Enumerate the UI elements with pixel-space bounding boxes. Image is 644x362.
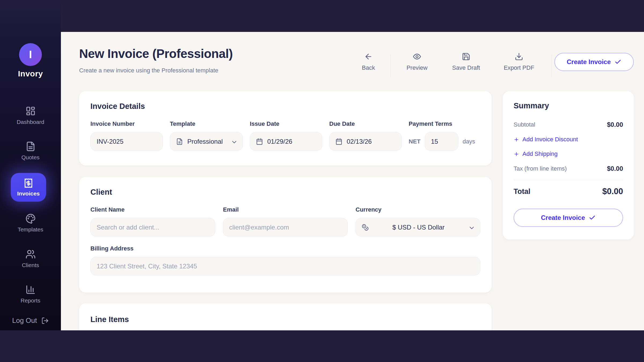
sidebar-item-label: Quotes [21, 154, 40, 161]
payment-terms-input[interactable] [431, 138, 452, 145]
chevron-down-icon [468, 224, 474, 230]
client-name-input[interactable] [97, 224, 209, 231]
create-invoice-label: Create Invoice [567, 58, 611, 66]
check-icon [614, 58, 621, 65]
back-label: Back [362, 64, 375, 71]
sidebar-item-dashboard[interactable]: Dashboard [0, 106, 61, 125]
add-invoice-discount-link[interactable]: Add Invoice Discount [514, 136, 578, 143]
invoice-number-input[interactable] [97, 138, 157, 145]
tax-label: Tax (from line items) [514, 165, 567, 172]
save-draft-label: Save Draft [452, 64, 480, 71]
preview-label: Preview [407, 64, 427, 71]
main-content: New Invoice (Professional) Create a new … [61, 32, 644, 330]
sidebar-item-invoices-active[interactable]: Invoices [11, 173, 46, 202]
back-button[interactable]: Back [352, 52, 385, 71]
line-items-heading: Line Items [90, 315, 480, 324]
total-label: Total [514, 187, 530, 196]
currency-value: $ USD - US Dollar [373, 224, 464, 231]
client-card: Client Client Name Email Currency [79, 177, 492, 293]
invoice-details-heading: Invoice Details [90, 102, 480, 111]
reports-chart-icon [25, 285, 36, 295]
client-name-label: Client Name [90, 206, 215, 213]
app-name: Invory [0, 69, 61, 78]
billing-address-box [90, 257, 480, 275]
add-shipping-label: Add Shipping [522, 150, 558, 157]
issue-date-label: Issue Date [250, 120, 322, 127]
check-icon [589, 214, 596, 221]
file-icon [176, 138, 183, 145]
header-divider [552, 54, 552, 77]
client-heading: Client [90, 188, 480, 197]
sidebar-item-label: Invoices [17, 190, 40, 197]
due-date-picker[interactable]: 02/13/26 [329, 132, 402, 151]
client-email-box [223, 218, 348, 237]
due-date-value: 02/13/26 [347, 138, 372, 145]
logout-icon [41, 317, 49, 324]
line-items-card: Line Items [79, 303, 492, 330]
tax-value: $0.00 [607, 165, 623, 172]
sidebar: I Invory Dashboard Quotes Invoices Templ… [0, 0, 61, 330]
client-email-label: Email [223, 206, 348, 213]
download-icon [515, 52, 523, 61]
issue-date-value: 01/29/26 [267, 138, 292, 145]
client-email-input[interactable] [229, 224, 342, 231]
due-date-label: Due Date [329, 120, 402, 127]
export-pdf-label: Export PDF [504, 64, 534, 71]
plus-icon [514, 151, 519, 157]
invoice-number-label: Invoice Number [90, 120, 163, 127]
summary-heading: Summary [514, 101, 623, 110]
calendar-icon [335, 138, 342, 145]
page-title: New Invoice (Professional) [79, 46, 233, 61]
calendar-icon [256, 138, 263, 145]
logout-label: Log Out [12, 316, 37, 325]
templates-palette-icon [25, 213, 36, 224]
sidebar-item-label: Templates [18, 226, 43, 233]
sidebar-item-quotes[interactable]: Quotes [0, 141, 61, 161]
payment-terms-suffix: days [463, 138, 475, 145]
payment-terms-label: Payment Terms [409, 120, 475, 127]
subtotal-label: Subtotal [514, 121, 535, 128]
page-subtitle: Create a new invoice using the Professio… [79, 67, 218, 74]
issue-date-picker[interactable]: 01/29/26 [250, 132, 322, 151]
clients-users-icon [25, 249, 36, 259]
sidebar-item-clients[interactable]: Clients [0, 249, 61, 268]
total-value: $0.00 [602, 187, 623, 196]
header-divider [390, 54, 391, 77]
preview-button[interactable]: Preview [396, 52, 438, 71]
coins-icon [362, 224, 369, 231]
app-logo: I [19, 43, 42, 66]
summary-card: Summary Subtotal $0.00 Add Invoice Disco… [503, 91, 634, 239]
export-pdf-button[interactable]: Export PDF [495, 52, 543, 71]
save-draft-button[interactable]: Save Draft [442, 52, 490, 71]
payment-terms-box [425, 132, 458, 151]
template-select[interactable]: Professional [170, 132, 243, 151]
logout-button[interactable]: Log Out [0, 316, 61, 325]
app-logo-letter: I [29, 49, 32, 61]
back-arrow-icon [364, 52, 373, 61]
template-value: Professional [187, 138, 223, 145]
save-icon [462, 52, 470, 61]
currency-label: Currency [356, 206, 480, 213]
currency-select[interactable]: $ USD - US Dollar [356, 218, 480, 237]
chevron-down-icon [231, 139, 237, 145]
payment-terms-prefix: NET [409, 138, 420, 145]
sidebar-item-label: Dashboard [17, 119, 44, 125]
sidebar-item-templates[interactable]: Templates [0, 213, 61, 233]
billing-address-label: Billing Address [90, 245, 480, 252]
create-invoice-button-summary[interactable]: Create Invoice [514, 209, 623, 227]
add-shipping-link[interactable]: Add Shipping [514, 150, 558, 157]
subtotal-value: $0.00 [607, 121, 623, 128]
create-invoice-button-header[interactable]: Create Invoice [554, 53, 634, 71]
plus-icon [514, 137, 519, 142]
sidebar-item-label: Reports [21, 297, 41, 304]
billing-address-input[interactable] [97, 263, 474, 270]
template-label: Template [170, 120, 243, 127]
invoices-receipt-icon [23, 178, 34, 188]
sidebar-item-reports[interactable]: Reports [0, 285, 61, 304]
eye-icon [413, 52, 421, 61]
client-name-box [90, 218, 215, 237]
dashboard-icon [25, 106, 36, 116]
create-invoice-label: Create Invoice [541, 214, 585, 221]
invoice-number-box [90, 132, 163, 151]
invoice-details-card: Invoice Details Invoice Number Template … [79, 91, 492, 165]
